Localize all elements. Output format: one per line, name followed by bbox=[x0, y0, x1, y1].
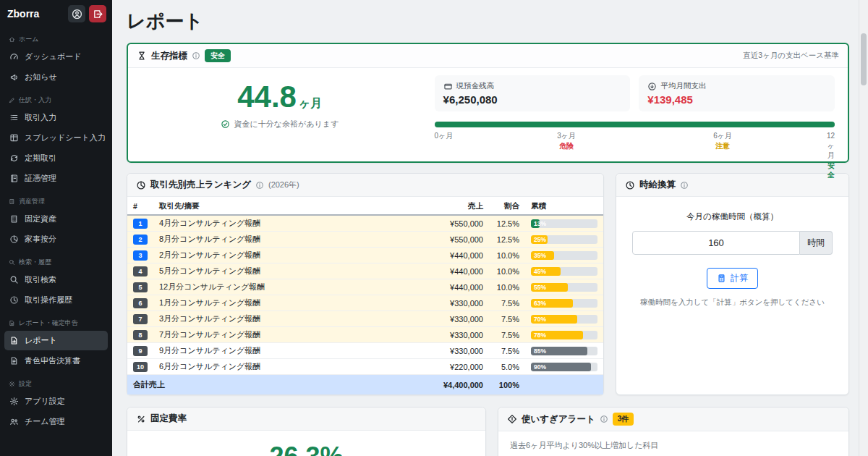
fixed-cost-body: 26.3% 固定費が売上に占める割合 bbox=[127, 431, 485, 456]
ranking-item-name: 6月分コンサルティング報酬 bbox=[153, 359, 430, 375]
sidebar-item[interactable]: 取引検索 bbox=[4, 270, 108, 290]
sidebar-item[interactable]: 取引操作履歴 bbox=[4, 290, 108, 310]
cumulative-bar: 85% bbox=[531, 347, 597, 355]
scrollbar[interactable] bbox=[859, 0, 868, 456]
clockh-icon bbox=[9, 295, 19, 305]
scrollbar-thumb[interactable] bbox=[861, 33, 867, 85]
mega-icon bbox=[9, 72, 19, 82]
ranking-row: 14月分コンサルティング報酬¥550,00012.5%13% bbox=[127, 215, 603, 232]
ranking-item-name: 3月分コンサルティング報酬 bbox=[153, 311, 430, 327]
rank-badge: 3 bbox=[133, 250, 148, 261]
rank-badge: 6 bbox=[133, 298, 148, 308]
sidebar-section-label: 仕訳・入力 bbox=[0, 88, 112, 107]
cumulative-bar: 25% bbox=[531, 235, 597, 244]
info-icon[interactable] bbox=[192, 51, 200, 60]
ranking-title: 取引先別売上ランキング bbox=[150, 179, 251, 191]
ranking-row: 28月分コンサルティング報酬¥550,00012.5%25% bbox=[127, 232, 603, 248]
alerts-card-body: 過去6ヶ月平均より30%以上増加した科目 旅費交通費+160%平均 ¥513 →… bbox=[498, 431, 848, 456]
ranking-item-sales: ¥440,000 bbox=[430, 263, 489, 279]
table-icon bbox=[9, 133, 19, 143]
alert-diamond-icon bbox=[507, 414, 517, 424]
sidebar-item[interactable]: 固定資産 bbox=[4, 209, 108, 229]
ranking-item-share: 7.5% bbox=[489, 327, 525, 343]
logout-button[interactable] bbox=[89, 5, 106, 22]
sidebar-item[interactable]: ダッシュボード bbox=[4, 47, 108, 67]
percent-icon bbox=[136, 414, 146, 424]
survival-progress-fill bbox=[435, 122, 835, 127]
survival-progress-track bbox=[435, 122, 835, 127]
monthly-expense-value: ¥139,485 bbox=[647, 93, 826, 106]
ranking-row: 87月分コンサルティング報酬¥330,0007.5%78% bbox=[127, 327, 603, 343]
ranking-item-sales: ¥220,000 bbox=[430, 359, 489, 375]
sidebar-item[interactable]: お知らせ bbox=[4, 67, 108, 87]
ranking-year-note: (2026年) bbox=[268, 180, 299, 190]
info-icon[interactable] bbox=[255, 181, 264, 190]
info-icon[interactable] bbox=[600, 415, 608, 423]
col-sales: 売上 bbox=[430, 197, 489, 215]
scale-mark: 3ヶ月危険 bbox=[557, 131, 576, 151]
sidebar-item[interactable]: 取引入力 bbox=[4, 108, 108, 127]
ranking-row: 99月分コンサルティング報酬¥330,0007.5%85% bbox=[127, 343, 603, 359]
cumulative-bar: 78% bbox=[531, 331, 597, 339]
survival-status-badge: 安全 bbox=[205, 49, 231, 62]
ranking-item-share: 10.0% bbox=[489, 248, 525, 263]
cumulative-bar: 63% bbox=[531, 299, 597, 308]
ranking-card-header: 取引先別売上ランキング (2026年) bbox=[127, 174, 603, 197]
alerts-description: 過去6ヶ月平均より30%以上増加した科目 bbox=[510, 440, 837, 451]
search-icon bbox=[9, 275, 19, 284]
cumulative-bar: 55% bbox=[531, 283, 597, 292]
survival-months-value: 44.8 bbox=[237, 80, 297, 114]
sidebar-item[interactable]: レポート bbox=[4, 331, 108, 350]
hourglass-icon bbox=[137, 51, 147, 61]
rank-badge: 1 bbox=[133, 219, 148, 229]
ranking-item-name: 2月分コンサルティング報酬 bbox=[153, 248, 430, 263]
pie-icon bbox=[9, 235, 19, 244]
hourly-help-text: 稼働時間を入力して「計算」ボタンを押してください bbox=[632, 297, 833, 308]
house-icon bbox=[9, 36, 15, 43]
survival-scale: 0ヶ月3ヶ月危険6ヶ月注意12ヶ月安全 bbox=[435, 131, 835, 153]
ranking-item-sales: ¥550,000 bbox=[430, 215, 489, 232]
ranking-item-name: 7月分コンサルティング報酬 bbox=[153, 327, 430, 343]
gear-icon bbox=[9, 381, 15, 387]
ranking-item-share: 10.0% bbox=[489, 279, 525, 295]
cash-balance-value: ¥6,250,080 bbox=[443, 93, 622, 106]
ranking-row: 45月分コンサルティング報酬¥440,00010.0%45% bbox=[127, 263, 603, 279]
survival-stats: 現預金残高 ¥6,250,080 平均月間支出 ¥139,485 0ヶ月3ヶ月危… bbox=[435, 75, 835, 153]
ranking-item-name: 1月分コンサルティング報酬 bbox=[153, 295, 430, 311]
total-share: 100% bbox=[489, 375, 525, 395]
fixed-cost-card-header: 固定費率 bbox=[127, 408, 485, 431]
rank-badge: 10 bbox=[133, 362, 148, 372]
people-icon bbox=[9, 417, 19, 426]
scale-mark: 6ヶ月注意 bbox=[713, 131, 732, 151]
total-sales: ¥4,400,000 bbox=[430, 375, 489, 395]
sidebar-item[interactable]: 証憑管理 bbox=[4, 169, 108, 188]
sidebar-item[interactable]: 家事按分 bbox=[4, 229, 108, 249]
sidebar-section-label: ホーム bbox=[0, 27, 112, 46]
gear-icon bbox=[9, 397, 19, 406]
arrow-down-circle-icon bbox=[647, 82, 657, 91]
survival-months-unit: ヶ月 bbox=[299, 97, 322, 109]
fixed-cost-value: 26.3% bbox=[136, 442, 477, 456]
account-button[interactable] bbox=[68, 5, 85, 22]
calculate-button[interactable]: 計算 bbox=[707, 268, 758, 289]
sidebar-section-label: 資産管理 bbox=[0, 189, 112, 208]
hours-input[interactable] bbox=[632, 231, 800, 255]
sidebar-item[interactable]: 定期取引 bbox=[4, 148, 108, 168]
alerts-card-header: 使いすぎアラート 3件 bbox=[498, 408, 848, 431]
alerts-title: 使いすぎアラート bbox=[522, 413, 595, 426]
sidebar-item[interactable]: チーム管理 bbox=[4, 412, 108, 431]
sidebar-item[interactable]: アプリ設定 bbox=[4, 392, 108, 411]
info-icon[interactable] bbox=[680, 181, 689, 190]
ranking-card: 取引先別売上ランキング (2026年) # 取引先/摘要 売上 割合 累積 bbox=[127, 173, 604, 395]
page-title: レポート bbox=[127, 9, 849, 34]
sidebar-section-label: レポート・確定申告 bbox=[0, 311, 112, 330]
ranking-item-sales: ¥330,000 bbox=[430, 343, 489, 359]
sidebar-item[interactable]: スプレッドシート入力 bbox=[4, 128, 108, 148]
brand-logo: Zborra bbox=[7, 8, 39, 20]
ranking-item-share: 12.5% bbox=[489, 215, 525, 232]
ranking-item-name: 12月分コンサルティング報酬 bbox=[153, 279, 430, 295]
sidebar-item[interactable]: 青色申告決算書 bbox=[4, 351, 108, 371]
ranking-item-share: 7.5% bbox=[489, 343, 525, 359]
sidebar-header: Zborra bbox=[0, 0, 112, 27]
ranking-row: 512月分コンサルティング報酬¥440,00010.0%55% bbox=[127, 279, 603, 295]
